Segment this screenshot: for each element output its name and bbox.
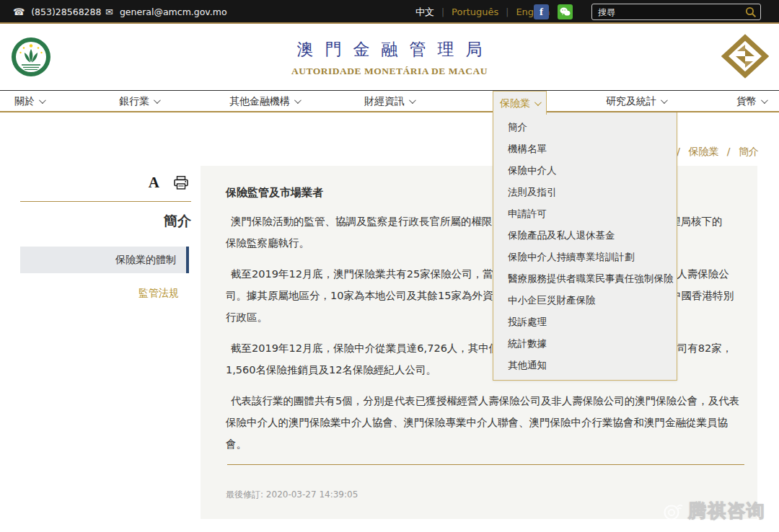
site-title-portuguese: AUTORIDADE MONETÁRIA DE MACAU bbox=[0, 66, 779, 77]
nav-item-label: 研究及統計 bbox=[606, 91, 656, 111]
facebook-icon[interactable]: f bbox=[534, 4, 549, 19]
phone-number: (853)28568288 bbox=[31, 6, 101, 17]
dropdown-item-institution-list[interactable]: 機構名單 bbox=[493, 138, 677, 159]
phone-icon: ☎ bbox=[13, 6, 25, 17]
nav-item-currency[interactable]: 貨幣 bbox=[736, 91, 766, 111]
site-header: 澳門金融管理局 AUTORIDADE MONETÁRIA DE MACAU bbox=[0, 25, 779, 90]
nav-item-insurance[interactable]: 保險業 bbox=[493, 91, 547, 115]
lang-separator: | bbox=[506, 7, 509, 17]
chevron-down-icon bbox=[154, 97, 161, 104]
nav-item-label: 財經資訊 bbox=[364, 91, 405, 111]
nav-item-label: 關於 bbox=[14, 91, 35, 111]
dropdown-item-medical-liability-insurance[interactable]: 醫療服務提供者職業民事責任強制保險 bbox=[493, 267, 677, 289]
page: ☎ (853)28568288 ✉ general@amcm.gov.mo 中文… bbox=[0, 0, 779, 532]
chevron-down-icon bbox=[534, 99, 542, 106]
font-size-button[interactable]: A bbox=[149, 175, 159, 190]
nav-item-label: 保險業 bbox=[500, 93, 530, 113]
chevron-down-icon bbox=[39, 97, 46, 104]
sidebar-item-insurance-system[interactable]: 保險業的體制 bbox=[20, 247, 189, 273]
email-contact[interactable]: ✉ general@amcm.gov.mo bbox=[105, 0, 227, 24]
search-bar bbox=[591, 4, 761, 20]
print-button[interactable] bbox=[174, 176, 188, 190]
nav-item-label: 其他金融機構 bbox=[229, 91, 290, 111]
main-nav: 關於 銀行業 其他金融機構 財經資訊 保險業 研究及統計 貨幣 bbox=[0, 90, 779, 112]
social-links: f bbox=[534, 4, 573, 19]
amcm-logo[interactable] bbox=[721, 34, 769, 79]
sidebar-item-label: 監管法規 bbox=[138, 287, 179, 298]
search-input[interactable] bbox=[592, 7, 741, 17]
nav-item-label: 銀行業 bbox=[119, 91, 149, 111]
chevron-down-icon bbox=[661, 97, 668, 104]
dropdown-item-complaints[interactable]: 投訴處理 bbox=[493, 311, 677, 332]
language-switcher: 中文 | Português | English bbox=[415, 0, 550, 24]
nav-item-financial-info[interactable]: 財經資訊 bbox=[364, 91, 414, 111]
dropdown-item-statistics[interactable]: 統計數據 bbox=[493, 332, 677, 354]
dropdown-item-application-license[interactable]: 申請許可 bbox=[493, 203, 677, 224]
chevron-down-icon bbox=[761, 97, 768, 104]
insurance-dropdown-menu: 簡介 機構名單 保險中介人 法則及指引 申請許可 保險產品及私人退休基金 保險中… bbox=[493, 112, 677, 381]
breadcrumb-separator: / bbox=[727, 146, 731, 157]
nav-item-about[interactable]: 關於 bbox=[14, 91, 44, 111]
nav-item-banking[interactable]: 銀行業 bbox=[119, 91, 159, 111]
dropdown-item-cpd-programme[interactable]: 保險中介人持續專業培訓計劃 bbox=[493, 246, 677, 267]
top-bar: ☎ (853)28568288 ✉ general@amcm.gov.mo 中文… bbox=[0, 0, 779, 24]
nav-item-other-financial-institutions[interactable]: 其他金融機構 bbox=[229, 91, 299, 111]
sidebar-item-regulations[interactable]: 監管法規 bbox=[0, 287, 201, 300]
chevron-down-icon bbox=[294, 97, 302, 104]
phone-contact: ☎ (853)28568288 bbox=[13, 0, 101, 24]
breadcrumb-current: 簡介 bbox=[739, 146, 759, 157]
dropdown-item-other-notices[interactable]: 其他通知 bbox=[493, 354, 677, 376]
lang-chinese[interactable]: 中文 bbox=[415, 6, 434, 19]
last-modified: 最後修訂: 2020-03-27 14:39:05 bbox=[226, 489, 744, 501]
dropdown-item-insurance-intermediaries[interactable]: 保險中介人 bbox=[493, 159, 677, 181]
wechat-icon[interactable] bbox=[558, 4, 573, 19]
search-icon[interactable] bbox=[741, 6, 760, 18]
site-title[interactable]: 澳門金融管理局 AUTORIDADE MONETÁRIA DE MACAU bbox=[0, 38, 779, 77]
chevron-down-icon bbox=[409, 97, 416, 104]
lang-separator: | bbox=[441, 7, 444, 17]
dropdown-item-products-pension-funds[interactable]: 保險產品及私人退休基金 bbox=[493, 224, 677, 246]
page-tools: A bbox=[0, 175, 201, 190]
sidebar-item-label: 保險業的體制 bbox=[115, 254, 176, 267]
content-divider bbox=[227, 464, 744, 465]
sidebar-divider bbox=[20, 201, 191, 202]
email-address[interactable]: general@amcm.gov.mo bbox=[120, 6, 227, 17]
lang-portuguese[interactable]: Português bbox=[452, 6, 498, 17]
breadcrumb-insurance[interactable]: 保險業 bbox=[688, 146, 718, 157]
dropdown-item-rules-guidelines[interactable]: 法則及指引 bbox=[493, 181, 677, 203]
site-title-chinese: 澳門金融管理局 bbox=[12, 38, 779, 61]
nav-item-research-statistics[interactable]: 研究及統計 bbox=[606, 91, 666, 111]
nav-item-label: 貨幣 bbox=[736, 91, 757, 111]
mail-icon: ✉ bbox=[105, 6, 113, 17]
sidebar-heading: 簡介 bbox=[0, 212, 191, 231]
dropdown-item-sme-catastrophe-insurance[interactable]: 中小企巨災財產保險 bbox=[493, 289, 677, 311]
content-paragraph: 代表該行業的團體共有5個，分別是代表已獲授權經營人壽保險公司及非人壽保險公司的澳… bbox=[226, 390, 744, 455]
dropdown-item-introduction[interactable]: 簡介 bbox=[493, 116, 677, 138]
